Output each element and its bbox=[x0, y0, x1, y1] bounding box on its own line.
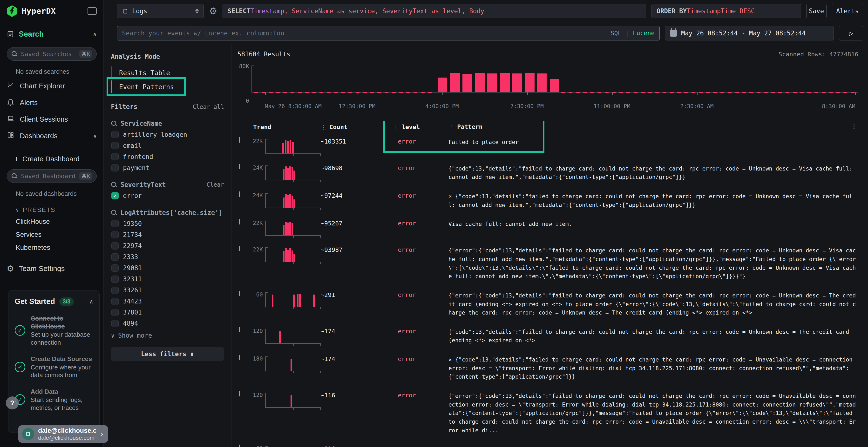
chevron-right-icon[interactable] bbox=[239, 192, 240, 197]
filter-option[interactable]: 34423 bbox=[111, 298, 224, 305]
chevron-right-icon[interactable] bbox=[239, 327, 240, 332]
sidebar-item-client-sessions[interactable]: Client Sessions bbox=[0, 111, 103, 128]
filter-option[interactable]: payment bbox=[111, 164, 224, 171]
filter-option[interactable]: 22974 bbox=[111, 242, 224, 249]
saved-searches-input[interactable]: Saved Searches ⌘K bbox=[7, 47, 97, 61]
sql-toggle[interactable]: SQL bbox=[611, 30, 621, 37]
histogram-bar[interactable] bbox=[438, 77, 447, 92]
column-menu-icon[interactable]: ⋮ bbox=[851, 123, 857, 130]
chevron-up-icon[interactable]: ∧ bbox=[93, 31, 97, 38]
order-by-input[interactable]: ORDER BY TimestampTime DESC bbox=[651, 4, 801, 18]
checkbox[interactable] bbox=[112, 286, 119, 294]
chevron-right-icon[interactable] bbox=[239, 219, 240, 225]
sidebar-item-chart-explorer[interactable]: Chart Explorer bbox=[0, 78, 103, 94]
alerts-button[interactable]: Alerts bbox=[832, 4, 863, 18]
create-dashboard-button[interactable]: + Create Dashboard bbox=[0, 152, 103, 166]
user-menu[interactable]: D dale@clickhouse.com dale@clickhouse.co… bbox=[18, 425, 108, 443]
filter-option[interactable]: 32311 bbox=[111, 276, 224, 283]
pattern-cell[interactable]: Failed to place order bbox=[448, 138, 858, 147]
pattern-cell[interactable]: {"error":{"code":13,"details":"failed to… bbox=[448, 392, 858, 435]
preset-item-services[interactable]: Services bbox=[0, 228, 103, 241]
collapse-sidebar-icon[interactable] bbox=[88, 7, 97, 15]
checkbox[interactable] bbox=[112, 320, 119, 327]
analysis-mode-results-table[interactable]: Results Table bbox=[111, 66, 190, 79]
presets-toggle[interactable]: ∨ PRESETS bbox=[0, 200, 103, 215]
sidebar-item-search[interactable]: Search ∧ bbox=[0, 25, 103, 44]
source-select[interactable]: Logs bbox=[117, 4, 204, 18]
filter-option[interactable]: ✓error bbox=[111, 192, 224, 199]
chevron-up-icon[interactable]: ∧ bbox=[90, 298, 93, 305]
pattern-cell[interactable]: {"error":{"code":13,"details":"failed to… bbox=[448, 291, 858, 317]
date-range-picker[interactable]: May 26 08:52:44 - May 27 08:52:44 bbox=[665, 26, 834, 40]
filter-option[interactable]: 29081 bbox=[111, 265, 224, 272]
filter-option[interactable]: artillery-loadgen bbox=[111, 131, 224, 138]
checkbox[interactable] bbox=[112, 231, 119, 238]
drag-handle-icon[interactable]: ⋮ bbox=[321, 124, 327, 131]
lucene-toggle[interactable]: Lucene bbox=[633, 30, 655, 37]
filter-option[interactable]: 33261 bbox=[111, 286, 224, 294]
histogram-bar[interactable] bbox=[537, 73, 547, 92]
histogram-bar[interactable] bbox=[487, 73, 497, 92]
sidebar-item-alerts[interactable]: Alerts bbox=[0, 94, 103, 111]
pattern-header[interactable]: ⋮Pattern bbox=[448, 122, 858, 132]
less-filters-button[interactable]: Less filters ∧ bbox=[111, 347, 224, 361]
checkbox[interactable]: ✓ bbox=[112, 192, 119, 199]
help-button[interactable]: ? bbox=[6, 397, 19, 409]
pattern-cell[interactable]: {"code":13,"details":"failed to charge c… bbox=[448, 328, 858, 345]
sidebar-item-dashboards[interactable]: Dashboards∧ bbox=[0, 128, 103, 144]
saved-dashboards-input[interactable]: Saved Dashboards ⌘K bbox=[7, 169, 97, 183]
chevron-right-icon[interactable] bbox=[239, 445, 240, 447]
gear-icon[interactable]: ⚙ bbox=[209, 6, 217, 16]
table-row[interactable]: 22K~103351errorFailed to place order bbox=[238, 133, 858, 160]
pattern-cell[interactable]: × {"code":13,"details":"failed to charge… bbox=[448, 445, 858, 447]
filter-option[interactable]: email bbox=[111, 142, 224, 149]
filter-option[interactable]: frontend bbox=[111, 153, 224, 161]
filter-option[interactable]: 21734 bbox=[111, 231, 224, 238]
table-row[interactable]: 120~116error{"error":{"code":13,"details… bbox=[238, 387, 858, 441]
checkbox[interactable] bbox=[112, 153, 119, 161]
count-header[interactable]: ⋮Count bbox=[321, 124, 393, 131]
chevron-right-icon[interactable] bbox=[239, 355, 240, 360]
results-histogram[interactable]: 80K 0 bbox=[238, 65, 858, 101]
table-row[interactable]: 180~174error× {"code":13,"details":"fail… bbox=[238, 351, 858, 387]
checkbox[interactable] bbox=[112, 164, 119, 171]
checkbox[interactable] bbox=[112, 276, 119, 283]
checkbox[interactable] bbox=[112, 131, 119, 138]
histogram-bar[interactable] bbox=[525, 73, 534, 92]
get-started-header[interactable]: Get Started 3/3 ∧ bbox=[15, 297, 93, 306]
chevron-right-icon[interactable] bbox=[239, 291, 240, 296]
histogram-bar[interactable] bbox=[500, 73, 510, 92]
pattern-cell[interactable]: {"code":13,"details":"failed to charge c… bbox=[448, 165, 858, 182]
pattern-cell[interactable]: Visa cache full: cannot add new item. bbox=[448, 220, 858, 229]
checkbox[interactable] bbox=[112, 298, 119, 305]
clear-filter-button[interactable]: Clear bbox=[207, 181, 224, 188]
drag-handle-icon[interactable]: ⋮ bbox=[448, 124, 454, 130]
table-row[interactable]: 60~116error× {"code":13,"details":"faile… bbox=[238, 441, 858, 447]
table-row[interactable]: 24K~97244error× {"code":13,"details":"fa… bbox=[238, 187, 858, 215]
clear-all-button[interactable]: Clear all bbox=[193, 104, 224, 110]
analysis-mode-event-patterns[interactable]: Event Patterns bbox=[111, 80, 190, 93]
histogram-bar[interactable] bbox=[450, 73, 460, 92]
chevron-up-icon[interactable]: ∧ bbox=[93, 133, 97, 139]
pattern-cell[interactable]: {"error":{"code":13,"details":"failed to… bbox=[448, 246, 858, 281]
filter-option[interactable]: 19350 bbox=[111, 220, 224, 227]
histogram-bar[interactable] bbox=[462, 74, 472, 92]
histogram-bar[interactable] bbox=[550, 79, 559, 92]
checkbox[interactable] bbox=[112, 309, 119, 316]
preset-item-clickhouse[interactable]: ClickHouse bbox=[0, 215, 103, 228]
chevron-right-icon[interactable] bbox=[239, 391, 240, 397]
sidebar-item-team-settings[interactable]: ⚙ Team Settings bbox=[0, 254, 103, 276]
level-header[interactable]: ⋮level bbox=[393, 124, 448, 131]
histogram-bar[interactable] bbox=[512, 73, 522, 92]
checkbox[interactable] bbox=[112, 253, 119, 261]
filter-option[interactable]: 4894 bbox=[111, 320, 224, 327]
filter-option[interactable]: 2333 bbox=[111, 253, 224, 261]
checkbox[interactable] bbox=[112, 265, 119, 272]
checkbox[interactable] bbox=[112, 220, 119, 227]
table-row[interactable]: 22K~93987error{"error":{"code":13,"detai… bbox=[238, 242, 858, 286]
chevron-right-icon[interactable] bbox=[239, 246, 240, 251]
checkbox[interactable] bbox=[112, 142, 119, 149]
show-more-button[interactable]: ∨ Show more bbox=[111, 332, 224, 339]
checkbox[interactable] bbox=[112, 242, 119, 249]
pattern-cell[interactable]: × {"code":13,"details":"failed to charge… bbox=[448, 192, 858, 209]
